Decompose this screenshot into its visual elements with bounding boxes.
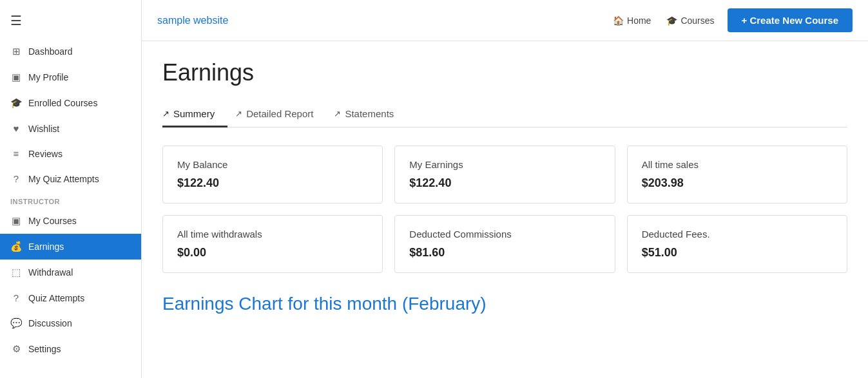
courses-icon: 🎓: [666, 15, 677, 26]
sidebar-item-my-courses[interactable]: ▣ My Courses: [0, 208, 141, 234]
sidebar-item-wishlist[interactable]: ♥ Wishlist: [0, 116, 141, 141]
withdrawal-icon: ⬚: [10, 267, 22, 278]
card-label: Deducted Fees.: [642, 229, 833, 240]
wishlist-icon: ♥: [10, 123, 22, 134]
tab-detailed-icon: ↗: [235, 109, 242, 118]
sidebar-item-quiz-attempts-instructor[interactable]: ? Quiz Attempts: [0, 285, 141, 310]
settings-icon: ⚙: [10, 343, 22, 355]
card-value: $122.40: [409, 176, 600, 190]
home-icon: 🏠: [613, 15, 624, 26]
main-content: sample website 🏠 Home 🎓 Courses + Create…: [142, 0, 868, 378]
tab-summery-icon: ↗: [162, 109, 169, 118]
earnings-tabs: ↗ Summery ↗ Detailed Report ↗ Statements: [162, 102, 847, 128]
brand-name[interactable]: sample website: [157, 15, 613, 26]
card-label: All time withdrawals: [177, 229, 368, 240]
my-courses-icon: ▣: [10, 215, 22, 227]
sidebar-item-settings[interactable]: ⚙ Settings: [0, 336, 141, 362]
topnav: sample website 🏠 Home 🎓 Courses + Create…: [142, 0, 868, 41]
card-value: $0.00: [177, 246, 368, 260]
card-all-time-withdrawals: All time withdrawals $0.00: [162, 215, 383, 273]
earnings-cards: My Balance $122.40 My Earnings $122.40 A…: [162, 146, 847, 273]
tab-detailed-report[interactable]: ↗ Detailed Report: [235, 102, 326, 128]
topnav-links: 🏠 Home 🎓 Courses: [613, 15, 715, 26]
card-value: $51.00: [642, 246, 833, 260]
card-value: $122.40: [177, 176, 368, 190]
sidebar-item-label: Discussion: [28, 318, 72, 328]
sidebar-item-label: Wishlist: [28, 124, 59, 134]
reviews-icon: ≡: [10, 148, 22, 159]
hamburger-icon[interactable]: ☰: [0, 6, 141, 39]
sidebar-item-reviews[interactable]: ≡ Reviews: [0, 141, 141, 166]
create-new-course-button[interactable]: + Create New Course: [728, 8, 853, 32]
card-my-balance: My Balance $122.40: [162, 146, 383, 203]
discussion-icon: 💬: [10, 317, 22, 329]
card-value: $81.60: [409, 246, 600, 260]
tab-statements-icon: ↗: [334, 109, 341, 118]
card-label: My Earnings: [409, 159, 600, 170]
sidebar-item-label: Quiz Attempts: [28, 293, 84, 303]
tab-summery[interactable]: ↗ Summery: [162, 102, 227, 128]
sidebar-item-quiz-attempts[interactable]: ? My Quiz Attempts: [0, 166, 141, 191]
sidebar-item-label: My Courses: [28, 216, 77, 226]
sidebar-item-label: My Profile: [28, 72, 68, 82]
tab-summery-label: Summery: [173, 108, 215, 119]
card-my-earnings: My Earnings $122.40: [394, 146, 615, 203]
quiz-attempts-icon: ?: [10, 292, 22, 303]
sidebar-item-earnings[interactable]: 💰 Earnings: [0, 234, 141, 260]
dashboard-icon: ⊞: [10, 46, 22, 57]
courses-link[interactable]: 🎓 Courses: [666, 15, 714, 26]
home-label: Home: [627, 15, 651, 26]
sidebar-item-label: Withdrawal: [28, 267, 73, 278]
card-label: My Balance: [177, 159, 368, 170]
sidebar-item-label: Dashboard: [28, 46, 73, 57]
card-all-time-sales: All time sales $203.98: [627, 146, 847, 203]
home-link[interactable]: 🏠 Home: [613, 15, 651, 26]
sidebar-item-dashboard[interactable]: ⊞ Dashboard: [0, 39, 141, 64]
card-value: $203.98: [642, 176, 833, 190]
courses-label: Courses: [680, 15, 714, 26]
sidebar-item-label: Earnings: [28, 241, 64, 252]
quiz-icon: ?: [10, 173, 22, 184]
card-deducted-commissions: Deducted Commissions $81.60: [394, 215, 615, 273]
profile-icon: ▣: [10, 71, 22, 83]
enrolled-icon: 🎓: [10, 97, 22, 109]
earnings-content: Earnings ↗ Summery ↗ Detailed Report ↗ S…: [142, 41, 868, 378]
sidebar: ☰ ⊞ Dashboard ▣ My Profile 🎓 Enrolled Co…: [0, 0, 142, 378]
sidebar-item-label: Settings: [28, 344, 61, 354]
sidebar-item-discussion[interactable]: 💬 Discussion: [0, 310, 141, 336]
tab-statements[interactable]: ↗ Statements: [334, 102, 407, 128]
sidebar-item-my-profile[interactable]: ▣ My Profile: [0, 64, 141, 90]
card-deducted-fees: Deducted Fees. $51.00: [627, 215, 847, 273]
sidebar-item-label: My Quiz Attempts: [28, 174, 99, 184]
sidebar-item-enrolled-courses[interactable]: 🎓 Enrolled Courses: [0, 90, 141, 116]
page-title: Earnings: [162, 59, 847, 86]
tab-statements-label: Statements: [345, 108, 394, 119]
card-label: All time sales: [642, 159, 833, 170]
chart-title: Earnings Chart for this month (February): [162, 294, 847, 314]
card-label: Deducted Commissions: [409, 229, 600, 240]
instructor-section-label: INSTRUCTOR: [0, 191, 141, 208]
sidebar-item-label: Enrolled Courses: [28, 98, 97, 108]
sidebar-item-withdrawal[interactable]: ⬚ Withdrawal: [0, 260, 141, 285]
earnings-icon: 💰: [10, 241, 22, 252]
tab-detailed-label: Detailed Report: [246, 108, 313, 119]
sidebar-item-label: Reviews: [28, 149, 63, 159]
